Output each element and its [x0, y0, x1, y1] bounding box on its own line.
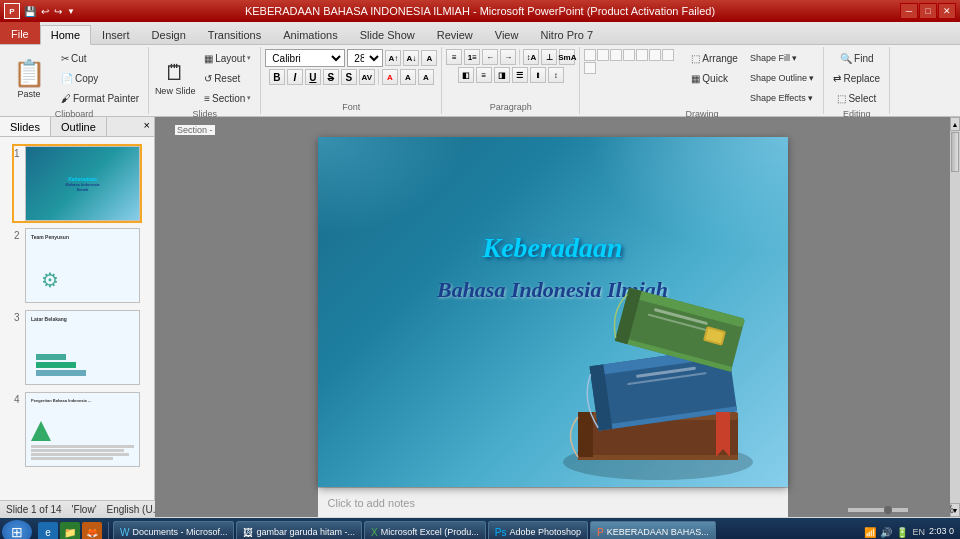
ie-icon[interactable]: e: [38, 522, 58, 539]
align-left-button[interactable]: ◧: [458, 67, 474, 83]
tab-outline[interactable]: Outline: [51, 117, 107, 136]
tab-animations[interactable]: Animations: [272, 24, 348, 44]
tab-file[interactable]: File: [0, 22, 40, 44]
taskbar-img[interactable]: 🖼 gambar garuda hitam -...: [236, 521, 362, 539]
shape-3[interactable]: [610, 49, 622, 61]
shape-4[interactable]: [623, 49, 635, 61]
shrink-font-button[interactable]: A↓: [403, 50, 419, 66]
taskbar-photoshop[interactable]: Ps Adobe Photoshop: [488, 521, 588, 539]
replace-button[interactable]: ⇄ Replace: [828, 69, 885, 87]
find-button[interactable]: 🔍 Find: [835, 49, 878, 67]
svg-rect-4: [578, 412, 593, 457]
grow-font-button[interactable]: A↑: [385, 50, 401, 66]
line-spacing-button[interactable]: ↕: [548, 67, 564, 83]
copy-button[interactable]: 📄 Copy: [56, 69, 144, 87]
shape-1[interactable]: [584, 49, 596, 61]
shape-effects-label: Shape Effects ▾: [750, 93, 813, 103]
indent-more-button[interactable]: →: [500, 49, 516, 65]
slides-list: 1 Keberadaan Bahasa Indonesia Ilmiah 2 T…: [0, 137, 154, 500]
shape-6[interactable]: [649, 49, 661, 61]
font-name-select[interactable]: Calibri: [265, 49, 345, 67]
close-button[interactable]: ✕: [938, 3, 956, 19]
font-size-select[interactable]: 28: [347, 49, 383, 67]
tab-slides[interactable]: Slides: [0, 117, 51, 136]
select-button[interactable]: ⬚ Select: [832, 89, 881, 107]
justify-button[interactable]: ☰: [512, 67, 528, 83]
start-button[interactable]: ⊞: [2, 520, 32, 539]
scroll-up-button[interactable]: ▲: [950, 117, 960, 131]
cols-button[interactable]: ⫿: [530, 67, 546, 83]
indent-less-button[interactable]: ←: [482, 49, 498, 65]
font-size-up-button[interactable]: A: [400, 69, 416, 85]
reset-button[interactable]: ↺ Reset: [199, 69, 256, 87]
notes-area[interactable]: Click to add notes: [318, 487, 788, 517]
right-scrollbar[interactable]: ▲ ▼: [950, 117, 960, 517]
list-bullet-button[interactable]: ≡: [446, 49, 462, 65]
shape-7[interactable]: [662, 49, 674, 61]
layout-button[interactable]: ▦ Layout ▾: [199, 49, 256, 67]
tab-transitions[interactable]: Transitions: [197, 24, 272, 44]
clear-format-button[interactable]: A: [421, 50, 437, 66]
tab-home[interactable]: Home: [40, 25, 91, 45]
slide-thumb-3[interactable]: 3 Latar Belakang: [12, 308, 142, 387]
align-right-button[interactable]: ◨: [494, 67, 510, 83]
scroll-thumb[interactable]: [951, 132, 959, 172]
slide-canvas[interactable]: Keberadaan Bahasa Indonesia Ilmiah: [318, 137, 788, 487]
theme-name: 'Flow': [72, 504, 97, 515]
underline-button[interactable]: U: [305, 69, 321, 85]
shape-fill-button[interactable]: Shape Fill ▾: [745, 49, 820, 67]
taskbar-powerpoint[interactable]: P KEBERADAAN BAHAS...: [590, 521, 716, 539]
italic-button[interactable]: I: [287, 69, 303, 85]
cut-button[interactable]: ✂ Cut: [56, 49, 144, 67]
minimize-button[interactable]: ─: [900, 3, 918, 19]
taskbar-word[interactable]: W Documents - Microsof...: [113, 521, 234, 539]
list-num-button[interactable]: 1≡: [464, 49, 480, 65]
text-direction-button[interactable]: ↕A: [523, 49, 539, 65]
zoom-thumb[interactable]: [884, 506, 892, 514]
preview-1-text: Keberadaan Bahasa Indonesia Ilmiah: [65, 176, 99, 192]
slide-thumb-1[interactable]: 1 Keberadaan Bahasa Indonesia Ilmiah: [12, 144, 142, 223]
section-icon: ≡: [204, 93, 210, 104]
restore-button[interactable]: □: [919, 3, 937, 19]
paste-button[interactable]: 📋 Paste: [4, 50, 54, 106]
shape-5[interactable]: [636, 49, 648, 61]
shape-effects-button[interactable]: Shape Effects ▾: [745, 89, 820, 107]
tab-nitro[interactable]: Nitro Pro 7: [529, 24, 604, 44]
tab-review[interactable]: Review: [426, 24, 484, 44]
tab-slideshow[interactable]: Slide Show: [349, 24, 426, 44]
taskbar-powerpoint-label: KEBERADAAN BAHAS...: [607, 527, 709, 537]
bold-button[interactable]: B: [269, 69, 285, 85]
shape-8[interactable]: [584, 62, 596, 74]
char-spacing-button[interactable]: AV: [359, 69, 375, 85]
zoom-slider[interactable]: [848, 508, 908, 512]
panel-close-button[interactable]: ×: [140, 117, 154, 136]
slide-thumb-4[interactable]: 4 Pengertian Bahasa Indonesia ...: [12, 390, 142, 469]
shape-outline-button[interactable]: Shape Outline ▾: [745, 69, 820, 87]
preview-3-title: Latar Belakang: [31, 316, 67, 322]
new-slide-button[interactable]: 🗒 New Slide: [153, 50, 197, 106]
slide-thumb-2[interactable]: 2 Team Penyusun ⚙: [12, 226, 142, 305]
quick-styles-button[interactable]: ▦ Quick: [686, 69, 743, 87]
section-button[interactable]: ≡ Section ▾: [199, 89, 256, 107]
firefox-icon[interactable]: 🦊: [82, 522, 102, 539]
slide-main[interactable]: Section - Keberadaan Bahasa Indonesia Il…: [155, 117, 950, 517]
quick-redo[interactable]: ↪: [54, 6, 62, 17]
tab-insert[interactable]: Insert: [91, 24, 141, 44]
taskbar-excel[interactable]: X Microsoft Excel (Produ...: [364, 521, 486, 539]
shape-2[interactable]: [597, 49, 609, 61]
convert-smartart-button[interactable]: SmA: [559, 49, 575, 65]
strikethrough-button[interactable]: S: [323, 69, 339, 85]
font-size-down-button[interactable]: A: [418, 69, 434, 85]
shadow-button[interactable]: S: [341, 69, 357, 85]
arrange-button[interactable]: ⬚ Arrange: [686, 49, 743, 67]
quick-customize[interactable]: ▼: [67, 7, 75, 16]
align-text-button[interactable]: ⊥: [541, 49, 557, 65]
quick-undo[interactable]: ↩: [41, 6, 49, 17]
format-painter-button[interactable]: 🖌 Format Painter: [56, 89, 144, 107]
explorer-icon[interactable]: 📁: [60, 522, 80, 539]
quick-save[interactable]: 💾: [24, 6, 36, 17]
align-center-button[interactable]: ≡: [476, 67, 492, 83]
font-color-button[interactable]: A: [382, 69, 398, 85]
tab-design[interactable]: Design: [141, 24, 197, 44]
tab-view[interactable]: View: [484, 24, 530, 44]
